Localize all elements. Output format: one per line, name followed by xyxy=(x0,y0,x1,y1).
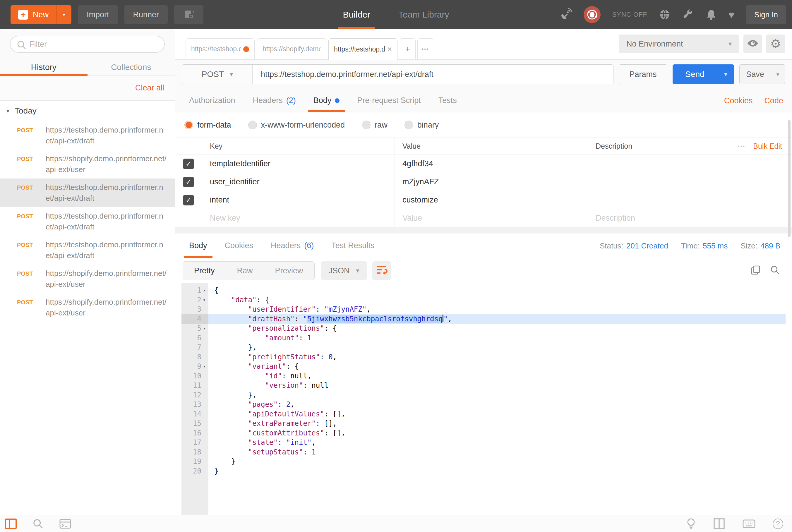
description-cell[interactable] xyxy=(588,155,716,173)
code-line[interactable]: 6 "amount": 1 xyxy=(182,333,786,343)
line-gutter[interactable]: 17 xyxy=(182,438,208,448)
line-gutter[interactable]: 10 xyxy=(182,371,208,381)
bell-icon[interactable] xyxy=(706,9,717,20)
code-line[interactable]: 2▾ "data": { xyxy=(182,295,786,305)
response-body-editor[interactable]: 1▾{2▾ "data": {3 "userIdentifier": "mZjy… xyxy=(182,283,786,515)
line-gutter[interactable]: 16 xyxy=(182,429,208,438)
line-gutter[interactable]: 20 xyxy=(182,467,208,476)
history-item[interactable]: POSThttps://testshop.demo.printformer.ne… xyxy=(0,178,175,207)
code-line[interactable]: 11 "version": null xyxy=(182,381,786,391)
radio-form-data[interactable]: form-data xyxy=(184,120,231,130)
code-line[interactable]: 17 "state": "init", xyxy=(182,438,786,448)
line-gutter[interactable]: 1▾ xyxy=(182,286,208,295)
settings-button[interactable]: ⚙ xyxy=(766,35,785,53)
line-gutter[interactable]: 9▾ xyxy=(182,362,208,371)
interceptor-satellite-icon[interactable] xyxy=(559,8,572,21)
send-button[interactable]: Send xyxy=(673,64,717,84)
line-gutter[interactable]: 11 xyxy=(182,381,208,391)
row-checkbox[interactable]: ✓ xyxy=(183,158,194,169)
history-item[interactable]: POSThttps://shopify.demo.printformer.net… xyxy=(0,265,175,293)
tab-test-results[interactable]: Test Results xyxy=(326,233,380,258)
sync-status-icon[interactable] xyxy=(584,6,601,23)
fold-caret-icon[interactable]: ▾ xyxy=(201,362,207,371)
new-window-button[interactable] xyxy=(174,5,203,24)
new-dropdown-button[interactable]: ▾ xyxy=(56,5,71,24)
request-tab-2[interactable]: https://shopify.demo.printfo xyxy=(257,38,326,59)
import-button[interactable]: Import xyxy=(78,5,118,24)
radio-raw[interactable]: raw xyxy=(362,120,388,130)
more-tabs-button[interactable]: ••• xyxy=(417,38,433,59)
bulk-edit-link[interactable]: Bulk Edit xyxy=(753,142,782,150)
code-line[interactable]: 12 }, xyxy=(182,391,786,400)
fold-caret-icon[interactable]: ▾ xyxy=(201,324,207,333)
lightbulb-icon[interactable] xyxy=(686,518,696,530)
radio-binary[interactable]: binary xyxy=(404,120,439,130)
environment-select[interactable]: No Environment ▾ xyxy=(619,35,739,53)
history-group-header[interactable]: ▾ Today xyxy=(0,101,175,121)
new-button[interactable]: + New xyxy=(11,5,56,24)
code-line[interactable]: 13 "pages": 2, xyxy=(182,400,786,410)
new-description-cell[interactable]: Description xyxy=(588,209,716,227)
heart-icon[interactable]: ♥ xyxy=(729,10,734,20)
line-gutter[interactable]: 2▾ xyxy=(182,295,208,305)
code-line[interactable]: 15 "extraParameter": [], xyxy=(182,419,786,429)
view-raw[interactable]: Raw xyxy=(226,262,264,280)
tab-history[interactable]: History xyxy=(0,59,88,75)
wrap-text-button[interactable] xyxy=(372,261,391,280)
save-options-button[interactable]: ▾ xyxy=(771,65,785,84)
new-key-cell[interactable]: New key xyxy=(202,209,395,227)
send-options-button[interactable]: ▾ xyxy=(717,64,734,84)
key-cell[interactable]: intent xyxy=(202,191,395,209)
line-gutter[interactable]: 15 xyxy=(182,419,208,429)
value-cell[interactable]: customize xyxy=(395,191,588,209)
view-preview[interactable]: Preview xyxy=(264,262,314,280)
save-button[interactable]: Save xyxy=(740,65,771,84)
code-line[interactable]: 19 } xyxy=(182,457,786,467)
description-cell[interactable] xyxy=(588,173,716,191)
tab-pre-request-script[interactable]: Pre-request Script xyxy=(352,89,426,112)
method-select[interactable]: POST ▾ xyxy=(182,65,252,84)
two-pane-view-icon[interactable] xyxy=(713,518,725,530)
line-gutter[interactable]: 13 xyxy=(182,400,208,410)
value-cell[interactable]: mZjynAFZ xyxy=(395,173,588,191)
line-gutter[interactable]: 8 xyxy=(182,352,208,362)
tab-authorization[interactable]: Authorization xyxy=(184,89,241,112)
clear-all-link[interactable]: Clear all xyxy=(135,83,164,93)
close-icon[interactable]: × xyxy=(387,44,392,54)
code-line[interactable]: 7 }, xyxy=(182,343,786,352)
tab-builder[interactable]: Builder xyxy=(338,0,375,29)
code-line[interactable]: 10 "id": null, xyxy=(182,371,786,381)
code-line[interactable]: 4 "draftHash": "5jiwxhwzsb5nkcbpac1srofs… xyxy=(182,314,786,324)
code-line[interactable]: 5▾ "personalizations": { xyxy=(182,324,786,333)
help-icon[interactable]: ? xyxy=(773,518,783,529)
view-pretty[interactable]: Pretty xyxy=(183,262,226,280)
add-tab-button[interactable]: + xyxy=(400,38,416,59)
line-gutter[interactable]: 4 xyxy=(182,314,208,324)
row-checkbox[interactable]: ✓ xyxy=(183,195,194,205)
line-gutter[interactable]: 5▾ xyxy=(182,324,208,333)
tab-team-library[interactable]: Team Library xyxy=(394,0,454,29)
main-scrollbar-thumb[interactable] xyxy=(788,120,791,237)
value-cell[interactable]: 4gfhdf34 xyxy=(395,155,588,173)
line-gutter[interactable]: 7 xyxy=(182,343,208,352)
description-cell[interactable] xyxy=(588,191,716,209)
filter-input[interactable] xyxy=(29,40,137,49)
tab-response-cookies[interactable]: Cookies xyxy=(220,233,259,258)
format-select[interactable]: JSON ▾ xyxy=(321,261,367,280)
fold-caret-icon[interactable]: ▾ xyxy=(201,286,207,295)
tab-response-headers[interactable]: Headers(6) xyxy=(265,233,319,258)
code-line[interactable]: 20} xyxy=(182,467,786,476)
fold-caret-icon[interactable]: ▾ xyxy=(201,295,207,305)
tab-headers[interactable]: Headers(2) xyxy=(248,89,301,112)
history-item[interactable]: POSThttps://shopify.demo.printformer.net… xyxy=(0,150,175,178)
line-gutter[interactable]: 12 xyxy=(182,391,208,400)
environment-preview-button[interactable] xyxy=(743,35,762,53)
tab-body[interactable]: Body xyxy=(308,89,345,112)
request-tab-1[interactable]: https://testshop.demo xyxy=(186,38,254,59)
code-line[interactable]: 1▾{ xyxy=(182,286,786,295)
history-item[interactable]: POSThttps://shopify.demo.printformer.net… xyxy=(0,293,175,322)
sign-in-button[interactable]: Sign In xyxy=(746,5,786,24)
toggle-sidebar-icon[interactable] xyxy=(5,518,17,529)
history-item[interactable]: POSThttps://testshop.demo.printformer.ne… xyxy=(0,121,175,150)
tab-tests[interactable]: Tests xyxy=(433,89,462,112)
